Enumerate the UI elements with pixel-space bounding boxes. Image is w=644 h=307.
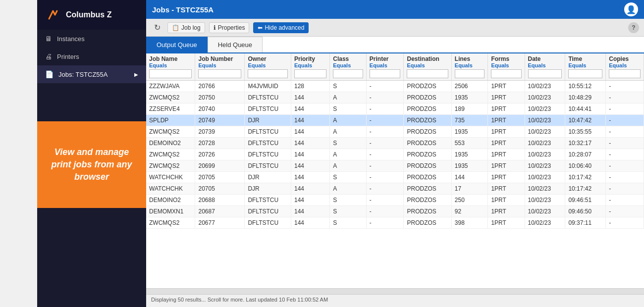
col-printer-label: Printer bbox=[370, 55, 401, 62]
col-time-input[interactable] bbox=[568, 69, 602, 78]
col-job-number-input[interactable] bbox=[198, 69, 241, 78]
cell-copies: - bbox=[606, 115, 644, 126]
col-printer-filter[interactable]: Equals bbox=[370, 62, 401, 68]
horizontal-scrollbar[interactable] bbox=[146, 288, 644, 294]
hide-advanced-label: Hide advanced bbox=[265, 24, 304, 31]
cell-owner: DFLTSTCU bbox=[245, 160, 291, 172]
expand-icon: ▶ bbox=[134, 72, 138, 77]
table-row[interactable]: WATCHCHK20705DJR144A-PRODZOS171PRT10/02/… bbox=[146, 183, 644, 195]
table-row[interactable]: WATCHCHK20705DJR144S-PRODZOS1441PRT10/02… bbox=[146, 172, 644, 183]
cell-time: 10:17:42 bbox=[565, 172, 606, 183]
col-lines-filter[interactable]: Equals bbox=[455, 62, 485, 68]
cell-owner: DFLTSTCU bbox=[245, 138, 291, 149]
job-log-icon: 📋 bbox=[172, 24, 179, 31]
col-forms-filter[interactable]: Equals bbox=[491, 62, 521, 68]
table-row[interactable]: ZWCMQS220677DFLTSTCU144S-PRODZOS3981PRT1… bbox=[146, 217, 644, 229]
table-row[interactable]: ZWCMQS220726DFLTSTCU144A-PRODZOS19351PRT… bbox=[146, 149, 644, 160]
cell-copies: - bbox=[606, 195, 644, 206]
table-row[interactable]: DEMOINO220688DFLTSTCU144S-PRODZOS2501PRT… bbox=[146, 195, 644, 206]
col-date-input[interactable] bbox=[528, 69, 562, 78]
cell-time: 10:55:12 bbox=[565, 81, 606, 92]
col-class-input[interactable] bbox=[333, 69, 363, 78]
cell-printer: - bbox=[366, 195, 404, 206]
job-log-button[interactable]: 📋 Job log bbox=[167, 22, 205, 33]
cell-time: 09:37:11 bbox=[565, 217, 606, 229]
topbar-title: Jobs - TSTCZ55A bbox=[152, 5, 214, 14]
sidebar-item-printers[interactable]: 🖨 Printers bbox=[37, 48, 146, 65]
user-icon[interactable]: 👤 bbox=[624, 2, 638, 16]
promo-text: View and manage print jobs from any brow… bbox=[47, 146, 136, 184]
sidebar-item-instances[interactable]: 🖥 Instances bbox=[37, 30, 146, 48]
cell-copies: - bbox=[606, 206, 644, 217]
cell-destination: PRODZOS bbox=[404, 195, 451, 206]
col-copies-label: Copies bbox=[609, 55, 641, 62]
tab-output-queue[interactable]: Output Queue bbox=[146, 37, 208, 52]
cell-destination: PRODZOS bbox=[404, 81, 451, 92]
cell-job_number: 20750 bbox=[195, 92, 245, 103]
col-printer: Printer Equals bbox=[366, 53, 404, 81]
cell-time: 10:35:55 bbox=[565, 126, 606, 138]
table-row[interactable]: ZWCMQS220750DFLTSTCU144A-PRODZOS19351PRT… bbox=[146, 92, 644, 103]
cell-class: A bbox=[330, 126, 367, 138]
cell-job_number: 20739 bbox=[195, 126, 245, 138]
table-row[interactable]: ZZSERVE420740DFLTSTCU144S-PRODZOS1891PRT… bbox=[146, 103, 644, 115]
col-destination-input[interactable] bbox=[407, 69, 448, 78]
table-container[interactable]: Job Name Equals Job Number Equals Owner … bbox=[146, 53, 644, 288]
col-owner-filter[interactable]: Equals bbox=[248, 62, 288, 68]
col-owner: Owner Equals bbox=[245, 53, 291, 81]
col-time-label: Time bbox=[568, 55, 602, 62]
hide-advanced-button[interactable]: ⬅ Hide advanced bbox=[253, 22, 309, 33]
col-time-filter[interactable]: Equals bbox=[568, 62, 602, 68]
sidebar-item-jobs[interactable]: 📄 Jobs: TSTCZ55A ▶ bbox=[37, 65, 146, 83]
table-row[interactable]: DEMOMXN120687DFLTSTCU144S-PRODZOS921PRT1… bbox=[146, 206, 644, 217]
cell-job_number: 20740 bbox=[195, 103, 245, 115]
col-job-name-input[interactable] bbox=[149, 69, 192, 78]
col-destination-filter[interactable]: Equals bbox=[407, 62, 448, 68]
cell-priority: 144 bbox=[291, 172, 330, 183]
cell-destination: PRODZOS bbox=[404, 115, 451, 126]
table-row[interactable]: ZWCMQS220699DFLTSTCU144A-PRODZOS19351PRT… bbox=[146, 160, 644, 172]
table-row[interactable]: SPLDP20749DJR144A-PRODZOS7351PRT10/02/23… bbox=[146, 115, 644, 126]
cell-lines: 553 bbox=[451, 138, 488, 149]
col-job-number-filter[interactable]: Equals bbox=[198, 62, 241, 68]
sidebar-item-printers-label: Printers bbox=[57, 53, 79, 60]
cell-job_number: 20688 bbox=[195, 195, 245, 206]
cell-printer: - bbox=[366, 160, 404, 172]
col-owner-input[interactable] bbox=[248, 69, 288, 78]
col-forms-input[interactable] bbox=[491, 69, 521, 78]
tab-held-queue[interactable]: Held Queue bbox=[208, 37, 263, 52]
cell-copies: - bbox=[606, 103, 644, 115]
refresh-button[interactable]: ↻ bbox=[151, 22, 163, 33]
cell-destination: PRODZOS bbox=[404, 149, 451, 160]
status-text: Displaying 50 results... Scroll for more… bbox=[151, 297, 328, 303]
cell-priority: 144 bbox=[291, 160, 330, 172]
col-date: Date Equals bbox=[525, 53, 565, 81]
col-class-label: Class bbox=[333, 55, 363, 62]
col-date-filter[interactable]: Equals bbox=[528, 62, 562, 68]
cell-copies: - bbox=[606, 126, 644, 138]
cell-time: 10:44:41 bbox=[565, 103, 606, 115]
table-row[interactable]: ZZZWJAVA20766M4JVMUID128S-PRODZOS25061PR… bbox=[146, 81, 644, 92]
cell-printer: - bbox=[366, 126, 404, 138]
table-row[interactable]: DEMOINO220728DFLTSTCU144S-PRODZOS5531PRT… bbox=[146, 138, 644, 149]
properties-button[interactable]: ℹ Properties bbox=[209, 22, 250, 33]
cell-job_number: 20705 bbox=[195, 172, 245, 183]
table-row[interactable]: ZWCMQS220739DFLTSTCU144A-PRODZOS19351PRT… bbox=[146, 126, 644, 138]
col-job-name-filter[interactable]: Equals bbox=[149, 62, 192, 68]
cell-date: 10/02/23 bbox=[525, 172, 565, 183]
cell-date: 10/02/23 bbox=[525, 217, 565, 229]
col-copies-input[interactable] bbox=[609, 69, 641, 78]
col-priority-input[interactable] bbox=[294, 69, 326, 78]
cell-owner: DJR bbox=[245, 172, 291, 183]
cell-printer: - bbox=[366, 138, 404, 149]
col-printer-input[interactable] bbox=[370, 69, 401, 78]
col-class-filter[interactable]: Equals bbox=[333, 62, 363, 68]
cell-printer: - bbox=[366, 217, 404, 229]
col-priority-filter[interactable]: Equals bbox=[294, 62, 326, 68]
col-copies-filter[interactable]: Equals bbox=[609, 62, 641, 68]
cell-copies: - bbox=[606, 160, 644, 172]
help-button[interactable]: ? bbox=[628, 22, 639, 33]
col-lines-input[interactable] bbox=[455, 69, 485, 78]
cell-owner: DFLTSTCU bbox=[245, 92, 291, 103]
cell-time: 10:32:17 bbox=[565, 138, 606, 149]
